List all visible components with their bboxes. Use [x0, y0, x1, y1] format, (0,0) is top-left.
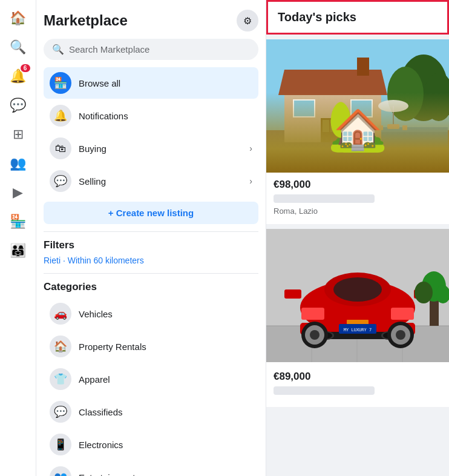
vehicles-label: Vehicles: [79, 309, 252, 319]
buying-icon: 🛍: [50, 137, 71, 159]
svg-rect-7: [284, 94, 381, 142]
messenger-nav-icon[interactable]: 💬: [5, 92, 31, 119]
grid-nav-icon[interactable]: ⊞: [5, 121, 31, 148]
category-electronics[interactable]: 📱 Electronics: [44, 429, 258, 460]
menu-item-selling[interactable]: 💬 Selling ›: [44, 165, 258, 197]
filters-section: Filters Rieti · Within 60 kilometers: [44, 239, 258, 266]
svg-rect-14: [351, 100, 372, 117]
main-content: Today's picks: [266, 0, 449, 476]
category-entertainment[interactable]: 👥 Entertainment: [44, 461, 258, 476]
filters-title: Filters: [44, 239, 258, 251]
pick-location-1: Roma, Lazio: [274, 207, 442, 216]
categories-title: Categories: [44, 281, 258, 293]
category-vehicles[interactable]: 🚗 Vehicles: [44, 298, 258, 329]
notifications-icon: 🔔: [50, 105, 71, 127]
category-apparel[interactable]: 👕 Apparel: [44, 363, 258, 395]
sidebar: Marketplace ⚙ 🔍 🏪 Browse all 🔔 Notificat…: [36, 0, 266, 476]
search-icon: 🔍: [52, 44, 64, 55]
property-rentals-icon: 🏠: [50, 336, 71, 357]
entertainment-label: Entertainment: [79, 472, 252, 477]
bell-nav-icon[interactable]: 🔔 6: [5, 63, 31, 90]
svg-point-2: [387, 67, 424, 121]
home-icon[interactable]: 🏠: [5, 5, 31, 31]
filter-link[interactable]: Rieti · Within 60 kilometers: [44, 256, 144, 265]
menu-item-notifications[interactable]: 🔔 Notifications: [44, 100, 258, 131]
pick-image-car: MY LUXURY 7: [266, 229, 449, 365]
friends-nav-icon[interactable]: 👥: [5, 150, 31, 177]
property-rentals-label: Property Rentals: [79, 342, 252, 352]
selling-icon: 💬: [50, 170, 71, 192]
marketplace-nav-icon[interactable]: 🏪: [5, 208, 31, 235]
pick-image-house: [266, 39, 449, 173]
buying-chevron: ›: [249, 144, 252, 153]
pick-info-1: €98,000 Roma, Lazio: [266, 173, 449, 224]
sidebar-header: Marketplace ⚙: [44, 10, 258, 31]
classifieds-icon: 💬: [50, 401, 71, 423]
category-property-rentals[interactable]: 🏠 Property Rentals: [44, 331, 258, 362]
classifieds-label: Classifieds: [79, 407, 252, 417]
buying-label: Buying: [79, 144, 242, 154]
left-nav: 🏠 🔍 🔔 6 💬 ⊞ 👥 ▶ 🏪 👨‍👩‍👧: [0, 0, 36, 476]
svg-rect-11: [323, 120, 329, 132]
svg-rect-39: [284, 289, 301, 299]
svg-rect-5: [357, 127, 448, 157]
svg-point-46: [396, 330, 405, 340]
svg-marker-8: [278, 70, 387, 95]
today-picks-header: Today's picks: [266, 0, 449, 35]
menu-item-browse-all[interactable]: 🏪 Browse all: [44, 67, 258, 99]
apparel-label: Apparel: [79, 374, 252, 385]
svg-point-38: [333, 277, 382, 302]
notifications-label: Notifications: [79, 111, 252, 121]
pick-title-bar-1: [274, 194, 375, 203]
divider-1: [44, 231, 258, 232]
svg-point-43: [310, 330, 320, 340]
selling-label: Selling: [79, 176, 242, 187]
notification-badge: 6: [21, 64, 30, 72]
svg-rect-13: [293, 100, 315, 117]
car-svg: MY LUXURY 7: [266, 229, 449, 362]
svg-point-16: [378, 100, 408, 112]
category-classifieds[interactable]: 💬 Classifieds: [44, 396, 258, 428]
house-svg: [266, 39, 449, 173]
electronics-label: Electronics: [79, 440, 252, 450]
pick-price-1: €98,000: [274, 179, 442, 191]
picks-list: €98,000 Roma, Lazio: [266, 39, 449, 412]
svg-rect-17: [387, 124, 399, 129]
gear-button[interactable]: ⚙: [237, 10, 258, 31]
groups-nav-icon[interactable]: 👨‍👩‍👧: [5, 237, 31, 264]
svg-rect-6: [357, 127, 448, 132]
svg-rect-18: [378, 125, 383, 130]
svg-rect-4: [266, 130, 449, 173]
svg-rect-12: [330, 120, 337, 132]
selling-chevron: ›: [249, 176, 252, 186]
pick-card-2[interactable]: MY LUXURY 7 €89,000: [266, 229, 449, 407]
browse-all-label: Browse all: [79, 78, 252, 88]
pick-info-2: €89,000: [266, 365, 449, 407]
svg-rect-35: [391, 308, 414, 320]
pick-price-2: €89,000: [274, 371, 442, 383]
electronics-icon: 📱: [50, 434, 71, 455]
create-listing-button[interactable]: + Create new listing: [44, 202, 258, 224]
search-box[interactable]: 🔍: [44, 39, 258, 60]
pick-title-bar-2: [274, 386, 375, 395]
gear-icon: ⚙: [243, 15, 252, 27]
sidebar-title: Marketplace: [44, 12, 128, 29]
menu-item-buying[interactable]: 🛍 Buying ›: [44, 133, 258, 164]
svg-point-51: [415, 282, 433, 303]
search-input[interactable]: [69, 44, 250, 55]
apparel-icon: 👕: [50, 368, 71, 390]
search-nav-icon[interactable]: 🔍: [5, 34, 31, 61]
vehicles-icon: 🚗: [50, 303, 71, 325]
divider-2: [44, 273, 258, 274]
svg-rect-10: [321, 118, 339, 142]
video-nav-icon[interactable]: ▶: [5, 179, 31, 206]
entertainment-icon: 👥: [50, 466, 71, 476]
svg-rect-19: [402, 125, 407, 130]
svg-rect-34: [301, 308, 324, 320]
pick-card-1[interactable]: €98,000 Roma, Lazio: [266, 39, 449, 224]
svg-text:MY LUXURY 7: MY LUXURY 7: [344, 328, 372, 332]
svg-rect-9: [357, 58, 369, 76]
browse-all-icon: 🏪: [50, 72, 71, 94]
